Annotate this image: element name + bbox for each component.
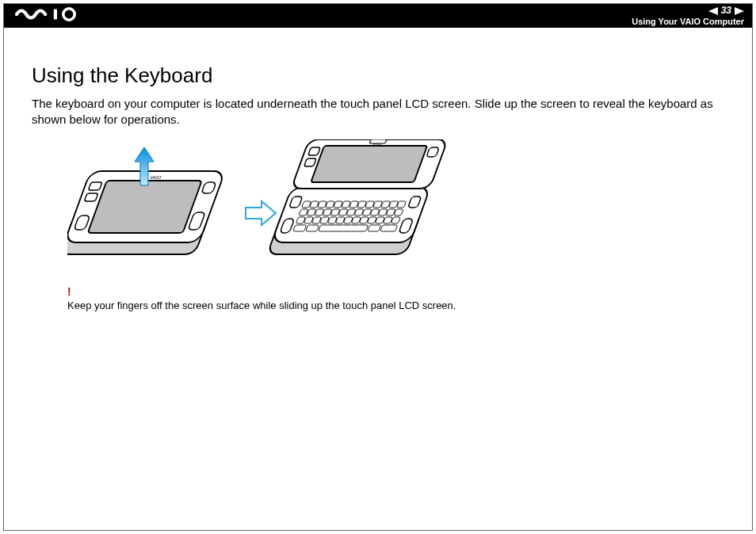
- section-label: Using Your VAIO Computer: [632, 17, 744, 26]
- svg-point-1: [63, 9, 74, 20]
- vaio-logo: [15, 7, 94, 25]
- right-arrow-icon: [246, 201, 276, 225]
- svg-text:VAIO: VAIO: [149, 174, 162, 180]
- svg-rect-0: [54, 9, 57, 19]
- svg-marker-3: [735, 7, 744, 15]
- page-nav: 33: [708, 6, 744, 16]
- header-right: 33 Using Your VAIO Computer: [632, 6, 744, 25]
- svg-rect-7: [88, 182, 102, 190]
- svg-rect-60: [368, 225, 381, 231]
- caution-text: Keep your fingers off the screen surface…: [67, 299, 456, 311]
- page-number: 33: [721, 6, 731, 16]
- svg-rect-8: [84, 193, 98, 201]
- header-bar: 33 Using Your VAIO Computer: [4, 4, 752, 28]
- next-page-arrow-icon[interactable]: [735, 7, 744, 15]
- svg-rect-61: [380, 225, 398, 231]
- page-title: Using the Keyboard: [32, 63, 724, 88]
- svg-rect-59: [319, 225, 368, 231]
- svg-rect-6: [88, 181, 202, 233]
- content-area: Using the Keyboard The keyboard on your …: [32, 63, 724, 311]
- prev-page-arrow-icon[interactable]: [708, 7, 718, 15]
- svg-rect-58: [306, 225, 319, 231]
- device-illustration: VAIO: [67, 139, 724, 277]
- caution-mark-icon: !: [67, 285, 724, 298]
- caution-note: ! Keep your fingers off the screen surfa…: [67, 285, 724, 311]
- svg-marker-2: [708, 7, 718, 15]
- intro-paragraph: The keyboard on your computer is located…: [32, 96, 724, 128]
- svg-rect-72: [369, 139, 387, 143]
- svg-rect-67: [311, 146, 427, 182]
- svg-rect-57: [293, 225, 307, 231]
- svg-marker-14: [246, 201, 276, 225]
